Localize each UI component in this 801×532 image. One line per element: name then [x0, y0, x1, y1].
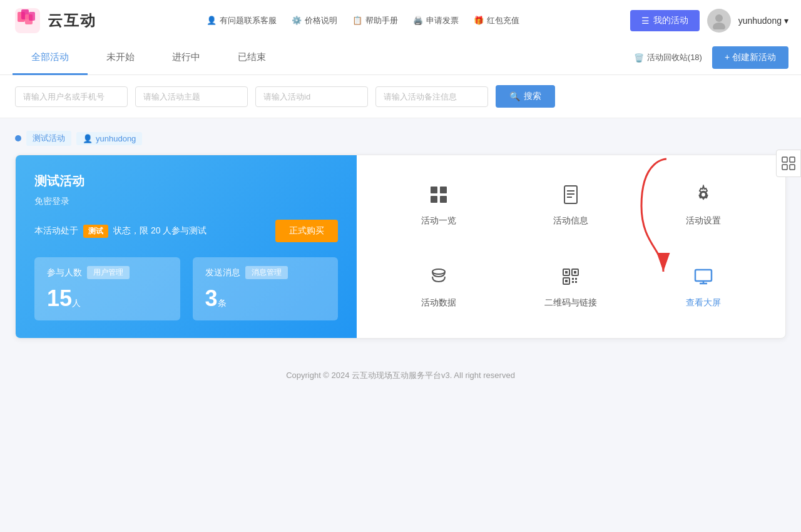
username-display[interactable]: yunhudong ▾	[738, 16, 788, 26]
svg-point-17	[701, 192, 706, 197]
dropdown-arrow-icon: ▾	[784, 16, 788, 26]
gear-icon	[693, 185, 713, 209]
svg-rect-27	[572, 281, 574, 283]
activity-title: 测试活动	[34, 173, 338, 190]
search-button[interactable]: 🔍 搜索	[496, 85, 555, 108]
search-id-input[interactable]	[255, 86, 368, 107]
svg-rect-22	[574, 271, 576, 274]
logo: 云互动	[13, 6, 96, 36]
layout-toggle-button[interactable]	[776, 150, 801, 177]
trash-icon: 🗑️	[634, 53, 644, 63]
messages-label: 发送消息	[205, 267, 240, 279]
card-stats: 参与人数 用户管理 15人 发送消息 消息管理 3条	[34, 257, 338, 320]
screen-icon	[693, 267, 713, 291]
messages-unit: 条	[218, 298, 227, 308]
status-badge: 测试	[83, 225, 108, 238]
participants-header: 参与人数 用户管理	[47, 266, 168, 279]
card-left-panel: 测试活动 免密登录 本活动处于 测试 状态，限 20 人参与测试 正式购买 参与…	[16, 155, 357, 338]
svg-rect-28	[575, 281, 577, 283]
recycle-bin-button[interactable]: 🗑️ 活动回收站(18)	[634, 52, 702, 63]
action-overview[interactable]: 活动一览	[375, 175, 502, 237]
customer-service-icon: 👤	[207, 16, 217, 25]
qr-icon	[561, 267, 581, 291]
svg-rect-9	[440, 187, 447, 193]
svg-rect-26	[575, 278, 577, 280]
messages-count: 3条	[205, 285, 326, 312]
status-text-prefix: 本活动处于	[34, 225, 78, 237]
nav-invoice[interactable]: 🖨️ 申请发票	[413, 15, 459, 26]
list-icon: ☰	[641, 16, 650, 26]
logo-text: 云互动	[48, 11, 96, 31]
user-management-button[interactable]: 用户管理	[87, 266, 130, 279]
svg-rect-10	[431, 196, 437, 203]
status-line: 本活动处于 测试 状态，限 20 人参与测试 正式购买	[34, 220, 338, 242]
tabs-bar: 全部活动 未开始 进行中 已结束 🗑️ 活动回收站(18) + 创建新活动	[0, 41, 801, 75]
status-text-suffix: 状态，限 20 人参与测试	[113, 225, 207, 237]
action-settings[interactable]: 活动设置	[640, 175, 767, 237]
grid-icon	[429, 185, 449, 209]
filter-tags: 测试活动 👤 yunhudong	[15, 131, 786, 146]
nav-pricing[interactable]: ⚙️ 价格说明	[292, 15, 337, 26]
svg-point-18	[432, 269, 445, 274]
search-note-input[interactable]	[375, 86, 488, 107]
nav-customer-service[interactable]: 👤 有问题联系客服	[207, 15, 277, 26]
buy-button[interactable]: 正式购买	[275, 220, 338, 242]
tab-in-progress[interactable]: 进行中	[153, 41, 219, 75]
svg-rect-11	[440, 196, 447, 203]
nav-recharge[interactable]: 🎁 红包充值	[474, 15, 519, 26]
participants-label: 参与人数	[47, 267, 82, 279]
search-icon: 🔍	[509, 91, 520, 101]
svg-rect-20	[565, 271, 568, 274]
filter-dot	[15, 135, 21, 141]
card-right-panel: 活动一览 活动信息	[357, 155, 785, 338]
settings-label: 活动设置	[686, 215, 721, 227]
svg-rect-33	[790, 157, 795, 162]
data-icon	[429, 267, 449, 291]
avatar	[707, 9, 731, 33]
main-content: 测试活动 👤 yunhudong 测试活动 免密登录 本活动处于 测试 状态，限…	[0, 118, 801, 351]
action-info[interactable]: 活动信息	[508, 175, 635, 237]
pricing-icon: ⚙️	[292, 16, 302, 25]
message-management-button[interactable]: 消息管理	[245, 266, 288, 279]
tab-ended[interactable]: 已结束	[219, 41, 285, 75]
search-theme-input[interactable]	[135, 86, 248, 107]
filter-tag-user[interactable]: 👤 yunhudong	[76, 132, 142, 145]
svg-rect-35	[790, 165, 795, 170]
help-icon: 📋	[352, 16, 362, 25]
tabs-left: 全部活动 未开始 进行中 已结束	[13, 41, 634, 74]
action-bigscreen[interactable]: 查看大屏	[640, 257, 767, 319]
svg-rect-4	[29, 12, 35, 21]
svg-rect-29	[695, 270, 712, 281]
header-nav: 👤 有问题联系客服 ⚙️ 价格说明 📋 帮助手册 🖨️ 申请发票 🎁 红包充值	[207, 15, 519, 26]
messages-header: 发送消息 消息管理	[205, 266, 326, 279]
svg-rect-32	[782, 157, 787, 162]
header-right: ☰ 我的活动 yunhudong ▾	[630, 9, 788, 33]
messages-stat: 发送消息 消息管理 3条	[193, 257, 339, 320]
doc-icon	[561, 185, 581, 209]
logo-icon	[13, 6, 43, 36]
bigscreen-label: 查看大屏	[686, 297, 721, 309]
nav-help[interactable]: 📋 帮助手册	[352, 15, 398, 26]
svg-rect-34	[782, 165, 787, 170]
svg-rect-25	[572, 278, 574, 280]
search-username-input[interactable]	[15, 86, 128, 107]
activity-card: 测试活动 免密登录 本活动处于 测试 状态，限 20 人参与测试 正式购买 参与…	[15, 155, 786, 339]
svg-point-6	[713, 23, 725, 29]
my-activity-button[interactable]: ☰ 我的活动	[630, 10, 700, 31]
overview-label: 活动一览	[421, 215, 456, 227]
tab-not-started[interactable]: 未开始	[88, 41, 153, 75]
participants-unit: 人	[72, 298, 81, 308]
footer: Copyright © 2024 云互动现场互动服务平台v3. All righ…	[0, 351, 801, 394]
filter-tag-activity[interactable]: 测试活动	[26, 131, 71, 146]
layout-grid-icon	[782, 156, 795, 170]
create-activity-button[interactable]: + 创建新活动	[712, 46, 788, 69]
layout-toggle-panel	[776, 150, 801, 177]
svg-point-5	[715, 14, 723, 22]
avatar-icon	[710, 12, 728, 29]
header: 云互动 👤 有问题联系客服 ⚙️ 价格说明 📋 帮助手册 🖨️ 申请发票 🎁 红…	[0, 0, 801, 41]
action-data[interactable]: 活动数据	[375, 257, 502, 319]
action-qrcode[interactable]: 二维码与链接	[508, 257, 635, 319]
footer-text: Copyright © 2024 云互动现场互动服务平台v3. All righ…	[286, 371, 515, 380]
search-bar: 🔍 搜索	[0, 75, 801, 118]
tab-all-activities[interactable]: 全部活动	[13, 41, 88, 75]
